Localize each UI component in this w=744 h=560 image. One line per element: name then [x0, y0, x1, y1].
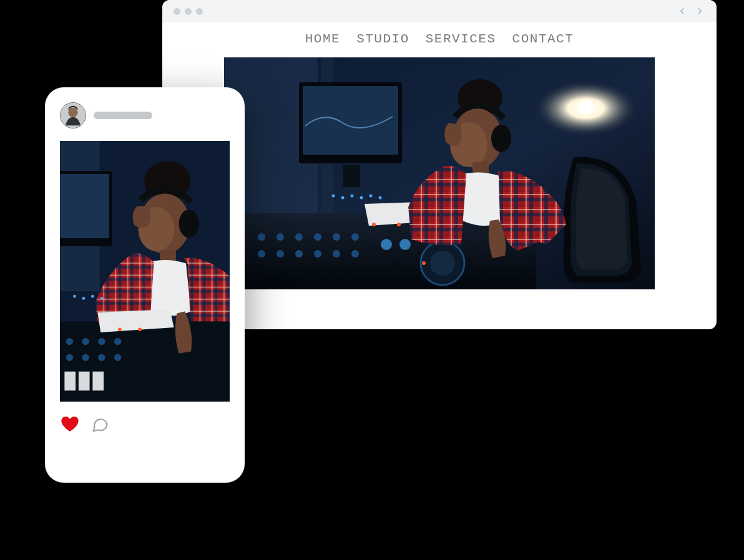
svg-point-47: [68, 108, 77, 117]
hero-image: [224, 57, 655, 289]
close-dot-icon[interactable]: [174, 8, 180, 15]
post-image[interactable]: [60, 141, 230, 402]
svg-point-18: [333, 233, 340, 241]
post-header: [60, 102, 230, 128]
svg-point-62: [66, 354, 73, 361]
svg-point-29: [430, 251, 455, 276]
minimize-dot-icon[interactable]: [185, 8, 192, 15]
username-placeholder: [94, 112, 152, 119]
svg-point-44: [379, 196, 382, 200]
svg-point-39: [332, 195, 335, 198]
svg-point-60: [98, 338, 105, 345]
window-controls: [174, 8, 203, 15]
nav-studio[interactable]: STUDIO: [356, 32, 409, 46]
svg-point-41: [351, 195, 354, 198]
svg-point-71: [82, 297, 86, 300]
browser-titlebar: [162, 0, 717, 22]
svg-point-40: [341, 196, 345, 200]
site-nav: HOME STUDIO SERVICES CONTACT: [162, 32, 717, 46]
svg-point-42: [360, 196, 363, 200]
back-icon[interactable]: [677, 6, 688, 17]
svg-rect-12: [343, 165, 360, 187]
svg-point-33: [422, 261, 426, 265]
browser-window: HOME STUDIO SERVICES CONTACT: [162, 0, 717, 329]
svg-point-26: [381, 239, 392, 250]
svg-point-15: [277, 233, 284, 241]
svg-point-61: [114, 338, 121, 345]
nav-contact[interactable]: CONTACT: [512, 32, 574, 46]
heart-icon[interactable]: [60, 414, 80, 434]
social-card: [45, 87, 245, 483]
svg-point-27: [399, 239, 411, 250]
svg-point-74: [118, 327, 122, 331]
forward-icon[interactable]: [694, 6, 705, 17]
browser-nav-arrows: [677, 6, 705, 17]
svg-point-23: [314, 250, 321, 258]
svg-point-9: [579, 100, 594, 115]
svg-point-25: [351, 250, 359, 258]
svg-rect-66: [64, 372, 76, 391]
svg-point-19: [351, 233, 359, 241]
svg-rect-51: [60, 174, 109, 238]
svg-point-32: [397, 223, 401, 226]
svg-rect-67: [79, 372, 90, 391]
svg-point-43: [370, 195, 373, 198]
nav-home[interactable]: HOME: [305, 32, 340, 46]
svg-point-59: [82, 338, 89, 345]
svg-point-24: [333, 250, 340, 258]
avatar[interactable]: [60, 102, 86, 128]
nav-services[interactable]: SERVICES: [426, 32, 496, 46]
svg-point-31: [372, 223, 376, 226]
svg-point-21: [277, 250, 284, 258]
svg-rect-11: [303, 86, 398, 155]
browser-content: HOME STUDIO SERVICES CONTACT: [162, 22, 717, 302]
svg-point-55: [179, 210, 199, 238]
maximize-dot-icon[interactable]: [196, 8, 203, 15]
svg-point-64: [98, 354, 105, 361]
comment-icon[interactable]: [91, 415, 109, 433]
svg-point-65: [114, 354, 121, 361]
studio-photo-crop: [60, 141, 230, 402]
svg-point-22: [295, 250, 303, 258]
svg-point-70: [73, 295, 76, 298]
post-actions: [60, 414, 230, 434]
svg-point-20: [258, 250, 265, 258]
svg-point-37: [491, 125, 511, 152]
svg-point-75: [138, 327, 142, 331]
svg-point-17: [314, 233, 321, 241]
studio-photo: [224, 57, 655, 289]
svg-point-16: [295, 233, 303, 241]
svg-point-73: [100, 297, 103, 300]
svg-rect-68: [92, 372, 104, 391]
svg-point-63: [82, 354, 89, 361]
svg-point-72: [91, 295, 94, 298]
svg-point-58: [66, 338, 73, 345]
svg-point-14: [258, 233, 265, 241]
